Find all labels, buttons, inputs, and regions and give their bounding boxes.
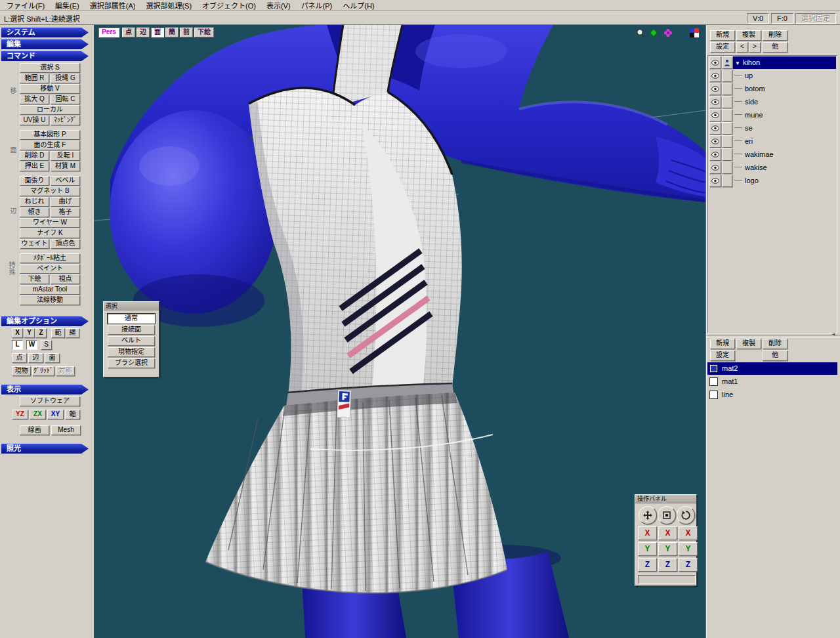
cmd-wire-button[interactable]: ワイヤー W bbox=[20, 218, 80, 228]
cmd-magnet-button[interactable]: マグネット B bbox=[20, 186, 80, 196]
opt-face-toggle[interactable]: 面 bbox=[45, 353, 60, 363]
section-command[interactable]: コマンド bbox=[1, 51, 89, 61]
object-new-button[interactable]: 新規 bbox=[710, 30, 735, 41]
section-system[interactable]: システム bbox=[1, 28, 89, 37]
object-type-cell[interactable] bbox=[722, 135, 732, 148]
menu-panel[interactable]: パネル(P) bbox=[296, 0, 338, 11]
material-other-button[interactable]: 他 bbox=[763, 351, 788, 361]
op-x2-button[interactable]: X bbox=[658, 526, 677, 540]
object-settings-button[interactable]: 設定 bbox=[710, 42, 735, 53]
cmd-weight-button[interactable]: ウェイト bbox=[20, 239, 49, 249]
opt-z-toggle[interactable]: Z bbox=[35, 328, 47, 338]
object-item-se[interactable]: se bbox=[733, 122, 836, 135]
cmd-invert-button[interactable]: 反転 I bbox=[51, 151, 80, 161]
cmd-vertex-color-button[interactable]: 頂点色 bbox=[51, 239, 80, 249]
disp-software-button[interactable]: ソフトウェア bbox=[20, 396, 80, 406]
object-type-cell[interactable] bbox=[722, 148, 732, 161]
disp-mesh-button[interactable]: Mesh bbox=[51, 425, 81, 435]
menu-selection-proc[interactable]: 選択部処理(S) bbox=[140, 0, 197, 11]
select-belt-button[interactable]: ベルト bbox=[108, 336, 155, 346]
select-current-button[interactable]: 現物指定 bbox=[108, 347, 155, 357]
cmd-underlay-button[interactable]: 下絵 bbox=[20, 274, 49, 284]
cmd-paint-button[interactable]: ペイント bbox=[20, 264, 80, 274]
object-type-cell[interactable] bbox=[722, 70, 732, 82]
cmd-local-button[interactable]: ローカル bbox=[20, 105, 80, 115]
opt-point-toggle[interactable]: 点 bbox=[12, 353, 27, 363]
selection-lock-label[interactable]: 選択固定 bbox=[795, 13, 836, 24]
material-swatch[interactable] bbox=[709, 364, 718, 373]
opt-grid-toggle[interactable]: ｸﾞﾘｯﾄﾞ bbox=[32, 366, 54, 376]
material-swatch[interactable] bbox=[709, 377, 718, 386]
vp-simple-button[interactable]: 簡 bbox=[165, 28, 178, 37]
object-next-button[interactable]: > bbox=[749, 42, 761, 53]
cmd-bend-button[interactable]: 曲げ bbox=[51, 197, 80, 207]
material-item-line[interactable]: line bbox=[707, 389, 837, 401]
cmd-make-face-button[interactable]: 面の生成 F bbox=[20, 140, 80, 150]
vp-point-button[interactable]: 点 bbox=[122, 28, 135, 37]
cmd-range-button[interactable]: 範囲 R bbox=[20, 74, 49, 83]
opt-actual-toggle[interactable]: 現物 bbox=[12, 366, 31, 376]
material-item-mat1[interactable]: mat1 bbox=[707, 375, 837, 388]
select-brush-button[interactable]: ブラシ選択 bbox=[108, 358, 155, 368]
object-duplicate-button[interactable]: 複製 bbox=[736, 30, 761, 41]
object-item-side[interactable]: side bbox=[733, 96, 836, 108]
cmd-bevel-button[interactable]: ベベル bbox=[51, 176, 80, 186]
object-type-icon[interactable] bbox=[722, 56, 732, 69]
object-item-kihon[interactable]: ▼kihon bbox=[733, 56, 836, 69]
menu-object[interactable]: オブジェクト(O) bbox=[197, 0, 261, 11]
cmd-uv-button[interactable]: UV操 U bbox=[20, 116, 49, 125]
op-z2-button[interactable]: Z bbox=[658, 558, 677, 572]
object-item-eri[interactable]: eri bbox=[733, 135, 836, 148]
vp-front-button[interactable]: 前 bbox=[180, 28, 193, 37]
object-other-button[interactable]: 他 bbox=[763, 42, 788, 53]
op-y1-button[interactable]: Y bbox=[638, 542, 657, 556]
cmd-rotate-button[interactable]: 回転 C bbox=[51, 95, 80, 104]
op-y3-button[interactable]: Y bbox=[679, 542, 698, 556]
op-z3-button[interactable]: Z bbox=[679, 558, 698, 572]
scale-tool-button[interactable] bbox=[658, 506, 676, 524]
object-item-wakise[interactable]: wakise bbox=[733, 161, 836, 174]
select-connected-button[interactable]: 接続面 bbox=[108, 325, 155, 335]
selection-panel-title[interactable]: 選択 bbox=[104, 302, 159, 310]
cmd-extrude-button[interactable]: 押出 E bbox=[20, 161, 49, 171]
object-prev-button[interactable]: < bbox=[736, 42, 748, 53]
menu-edit[interactable]: 編集(E) bbox=[50, 0, 85, 11]
menu-file[interactable]: ファイル(F) bbox=[1, 0, 50, 11]
cmd-primitive-button[interactable]: 基本図形 P bbox=[20, 130, 80, 140]
cmd-viewpoint-button[interactable]: 視点 bbox=[51, 274, 80, 284]
cmd-mastar-button[interactable]: mAstar Tool bbox=[20, 285, 80, 295]
visibility-eye-icon[interactable] bbox=[709, 148, 721, 161]
visibility-eye-icon[interactable] bbox=[709, 109, 721, 121]
visibility-eye-icon[interactable] bbox=[709, 122, 721, 135]
visibility-eye-icon[interactable] bbox=[709, 56, 721, 69]
opt-w-toggle[interactable]: W bbox=[26, 340, 37, 350]
disp-line-button[interactable]: 線画 bbox=[20, 425, 49, 435]
material-settings-button[interactable]: 設定 bbox=[710, 351, 735, 361]
visibility-eye-icon[interactable] bbox=[709, 96, 721, 108]
opt-range-toggle[interactable]: 範 bbox=[51, 328, 65, 338]
op-y2-button[interactable]: Y bbox=[658, 542, 677, 556]
object-item-up[interactable]: up bbox=[733, 70, 836, 82]
cmd-twist-button[interactable]: ねじれ bbox=[20, 197, 49, 207]
material-swatch[interactable] bbox=[709, 391, 718, 399]
object-type-cell[interactable] bbox=[722, 109, 732, 121]
material-item-mat2[interactable]: mat2 bbox=[707, 362, 837, 375]
vp-edge-button[interactable]: 辺 bbox=[136, 28, 150, 37]
object-item-mune[interactable]: mune bbox=[733, 109, 836, 121]
cmd-move-button[interactable]: 移動 V bbox=[20, 84, 80, 94]
cmd-tilt-button[interactable]: 傾き bbox=[20, 207, 49, 217]
axis-flower-icon[interactable] bbox=[663, 28, 673, 38]
cmd-material-button[interactable]: 材質 M bbox=[51, 161, 80, 171]
disp-axis-button[interactable]: 軸 bbox=[65, 410, 80, 419]
opt-y-toggle[interactable]: Y bbox=[24, 328, 35, 338]
disp-yz-button[interactable]: YZ bbox=[12, 410, 28, 419]
cmd-select-button[interactable]: 選択 S bbox=[20, 63, 80, 73]
op-z1-button[interactable]: Z bbox=[638, 558, 657, 572]
visibility-eye-icon[interactable] bbox=[709, 135, 721, 148]
rotate-tool-button[interactable] bbox=[677, 506, 695, 524]
zoom-icon[interactable] bbox=[635, 28, 646, 38]
vp-face-button[interactable]: 面 bbox=[151, 28, 164, 37]
cmd-face-fill-button[interactable]: 面張り bbox=[20, 176, 49, 186]
disp-xy-button[interactable]: XY bbox=[47, 410, 64, 419]
opt-x-toggle[interactable]: X bbox=[12, 328, 23, 338]
